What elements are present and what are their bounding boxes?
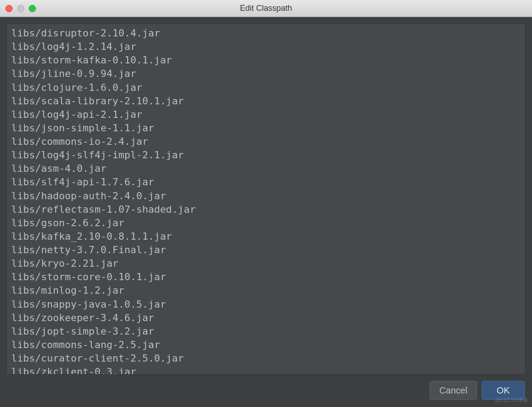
classpath-item[interactable]: libs/hadoop-auth-2.4.0.jar [11, 189, 521, 203]
ok-button[interactable]: OK [482, 381, 525, 400]
classpath-item[interactable]: libs/log4j-slf4j-impl-2.1.jar [11, 148, 521, 162]
dialog-body: libs/disruptor-2.10.4.jarlibs/log4j-1.2.… [0, 17, 532, 407]
close-window-button[interactable] [5, 5, 13, 12]
classpath-item[interactable]: libs/jopt-simple-3.2.jar [11, 325, 521, 338]
classpath-textarea[interactable]: libs/disruptor-2.10.4.jarlibs/log4j-1.2.… [6, 23, 526, 375]
classpath-list[interactable]: libs/disruptor-2.10.4.jarlibs/log4j-1.2.… [7, 24, 525, 374]
cancel-button[interactable]: Cancel [430, 381, 477, 400]
classpath-item[interactable]: libs/curator-client-2.5.0.jar [11, 352, 521, 365]
classpath-item[interactable]: libs/netty-3.7.0.Final.jar [11, 243, 521, 257]
classpath-item[interactable]: libs/gson-2.6.2.jar [11, 216, 521, 230]
classpath-item[interactable]: libs/disruptor-2.10.4.jar [11, 27, 521, 40]
classpath-item[interactable]: libs/commons-io-2.4.jar [11, 135, 521, 148]
traffic-lights [5, 5, 36, 12]
classpath-item[interactable]: libs/json-simple-1.1.jar [11, 121, 521, 135]
classpath-item[interactable]: libs/minlog-1.2.jar [11, 284, 521, 297]
classpath-item[interactable]: libs/clojure-1.6.0.jar [11, 81, 521, 94]
classpath-item[interactable]: libs/kafka_2.10-0.8.1.1.jar [11, 230, 521, 243]
classpath-item[interactable]: libs/commons-lang-2.5.jar [11, 338, 521, 352]
classpath-item[interactable]: libs/jline-0.9.94.jar [11, 67, 521, 81]
classpath-item[interactable]: libs/slf4j-api-1.7.6.jar [11, 175, 521, 189]
titlebar: Edit Classpath [0, 0, 532, 17]
classpath-item[interactable]: libs/zookeeper-3.4.6.jar [11, 311, 521, 325]
classpath-item[interactable]: libs/zkclient-0.3.jar [11, 365, 521, 374]
dialog-buttons: Cancel OK [430, 381, 525, 400]
classpath-item[interactable]: libs/snappy-java-1.0.5.jar [11, 298, 521, 311]
classpath-item[interactable]: libs/log4j-api-2.1.jar [11, 108, 521, 121]
classpath-item[interactable]: libs/scala-library-2.10.1.jar [11, 94, 521, 108]
classpath-item[interactable]: libs/storm-kafka-0.10.1.jar [11, 54, 521, 67]
maximize-window-button[interactable] [29, 5, 36, 12]
classpath-item[interactable]: libs/asm-4.0.jar [11, 162, 521, 175]
window-title: Edit Classpath [0, 4, 532, 13]
classpath-item[interactable]: libs/storm-core-0.10.1.jar [11, 270, 521, 284]
classpath-item[interactable]: libs/reflectasm-1.07-shaded.jar [11, 203, 521, 216]
minimize-window-button[interactable] [17, 5, 24, 12]
classpath-item[interactable]: libs/kryo-2.21.jar [11, 257, 521, 270]
classpath-item[interactable]: libs/log4j-1.2.14.jar [11, 40, 521, 54]
